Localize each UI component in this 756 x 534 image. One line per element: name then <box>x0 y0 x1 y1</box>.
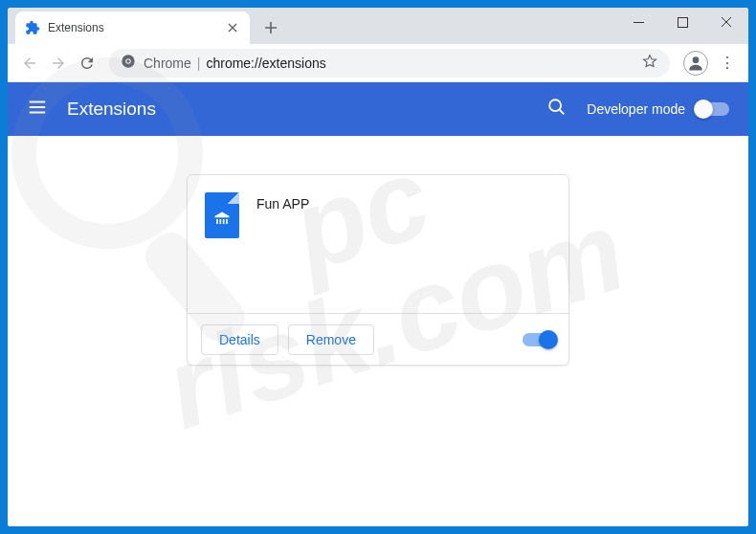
puzzle-icon <box>25 20 40 35</box>
chrome-icon <box>121 54 136 72</box>
bookmark-star-icon[interactable] <box>641 53 658 73</box>
menu-kebab-icon[interactable]: ⋮ <box>714 50 741 77</box>
forward-button[interactable] <box>44 49 73 78</box>
extensions-header: Extensions Developer mode <box>8 82 748 136</box>
svg-rect-0 <box>678 17 687 27</box>
close-icon[interactable] <box>225 20 240 35</box>
minimize-button[interactable] <box>616 8 660 36</box>
developer-mode-label: Developer mode <box>587 101 685 117</box>
toolbar: Chrome | chrome://extensions ⋮ <box>8 44 748 82</box>
tab-extensions[interactable]: Extensions <box>15 11 250 44</box>
new-tab-button[interactable] <box>257 14 284 41</box>
reload-button[interactable] <box>73 49 101 78</box>
toggle-knob <box>539 330 558 349</box>
extension-icon <box>205 192 239 238</box>
window-controls <box>616 8 748 36</box>
svg-point-3 <box>126 59 129 62</box>
url-text: chrome://extensions <box>206 56 325 71</box>
maximize-button[interactable] <box>660 8 704 36</box>
svg-point-4 <box>693 56 700 63</box>
hamburger-icon[interactable] <box>27 97 48 122</box>
profile-avatar[interactable] <box>683 51 708 76</box>
search-icon[interactable] <box>546 97 567 122</box>
address-bar[interactable]: Chrome | chrome://extensions <box>109 49 670 78</box>
extension-card: Fun APP Details Remove <box>187 174 569 366</box>
svg-point-5 <box>549 100 561 111</box>
extension-enable-toggle[interactable] <box>523 333 555 346</box>
toggle-knob <box>694 100 713 119</box>
tab-title: Extensions <box>48 21 225 34</box>
remove-button[interactable]: Remove <box>288 324 374 355</box>
card-actions: Details Remove <box>188 313 568 365</box>
extension-name: Fun APP <box>256 196 309 296</box>
details-button[interactable]: Details <box>201 324 278 355</box>
url-scheme-label: Chrome <box>144 56 191 71</box>
developer-mode-toggle[interactable] <box>697 102 729 116</box>
back-button[interactable] <box>15 49 44 78</box>
browser-window: Extensions <box>8 8 748 526</box>
content-area: Fun APP Details Remove <box>8 136 748 526</box>
close-window-button[interactable] <box>704 8 748 36</box>
page-title: Extensions <box>67 99 546 120</box>
titlebar: Extensions <box>8 8 748 44</box>
